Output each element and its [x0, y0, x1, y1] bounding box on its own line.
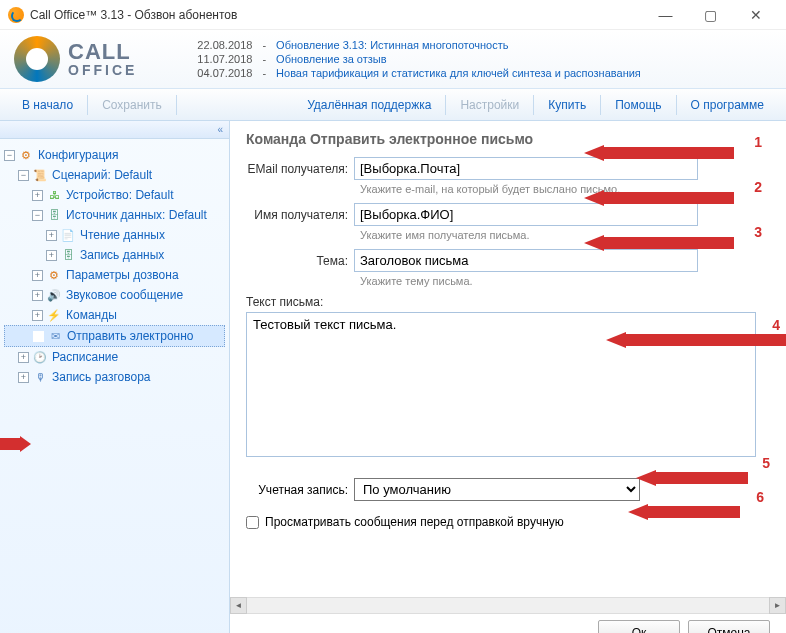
mail-icon: ✉	[47, 328, 63, 344]
name-input[interactable]	[354, 203, 698, 226]
window-title: Call Office™ 3.13 - Обзвон абонентов	[30, 8, 643, 22]
news-item: 04.07.2018 - Новая тарификация и статист…	[197, 67, 640, 79]
app-icon	[8, 7, 24, 23]
content-panel: Команда Отправить электронное письмо EMa…	[230, 121, 786, 633]
news-link[interactable]: Обновление 3.13: Истинная многопоточност…	[276, 39, 508, 51]
toolbar-about[interactable]: О программе	[679, 94, 776, 116]
toolbar-save[interactable]: Сохранить	[90, 94, 174, 116]
annotation-2: 2	[754, 179, 762, 195]
maximize-button[interactable]: ▢	[688, 1, 733, 29]
tree-source[interactable]: −🗄Источник данных: Default	[4, 205, 225, 225]
news-date: 11.07.2018	[197, 53, 252, 65]
cancel-button[interactable]: Отмена	[688, 620, 770, 633]
content-scrollbar[interactable]: ◄ ►	[230, 597, 786, 614]
toolbar-home[interactable]: В начало	[10, 94, 85, 116]
tree-sendmail[interactable]: ✉Отправить электронно	[4, 325, 225, 347]
email-label: EMail получателя:	[246, 162, 354, 176]
tree-write[interactable]: +🗄Запись данных	[4, 245, 225, 265]
page-icon: 📄	[60, 227, 76, 243]
tree-commands[interactable]: +⚡Команды	[4, 305, 225, 325]
news-date: 22.08.2018	[197, 39, 252, 51]
logo: CALL OFFICE	[14, 36, 137, 82]
preview-checkbox[interactable]	[246, 516, 259, 529]
logo-text-office: OFFICE	[68, 63, 137, 77]
tree-scenario[interactable]: −📜Сценарий: Default	[4, 165, 225, 185]
tree-read[interactable]: +📄Чтение данных	[4, 225, 225, 245]
tree-config[interactable]: −⚙Конфигурация	[4, 145, 225, 165]
name-hint: Укажите имя получателя письма.	[360, 229, 770, 241]
subject-input[interactable]	[354, 249, 698, 272]
tree-view[interactable]: −⚙Конфигурация −📜Сценарий: Default +🖧Уст…	[0, 139, 229, 633]
annotation-5: 5	[762, 455, 770, 471]
flash-icon: ⚡	[46, 307, 62, 323]
sidebar: « −⚙Конфигурация −📜Сценарий: Default +🖧У…	[0, 121, 230, 633]
toolbar-help[interactable]: Помощь	[603, 94, 673, 116]
news-item: 11.07.2018 - Обновление за отзыв	[197, 53, 640, 65]
account-select[interactable]: По умолчанию	[354, 478, 640, 501]
scroll-left-button[interactable]: ◄	[230, 597, 247, 614]
news-link[interactable]: Новая тарификация и статистика для ключе…	[276, 67, 641, 79]
annotation-pointer	[0, 436, 32, 452]
mic-icon: 🎙	[32, 369, 48, 385]
email-hint: Укажите e-mail, на который будет выслано…	[360, 183, 770, 195]
close-button[interactable]: ✕	[733, 1, 778, 29]
body-label: Текст письма:	[246, 295, 770, 309]
database-icon: 🗄	[46, 207, 62, 223]
subject-label: Тема:	[246, 254, 354, 268]
name-label: Имя получателя:	[246, 208, 354, 222]
database-icon: 🗄	[60, 247, 76, 263]
preview-label: Просматривать сообщения перед отправкой …	[265, 515, 564, 529]
body-textarea[interactable]	[246, 312, 756, 457]
toolbar: В начало Сохранить Удалённая поддержка Н…	[0, 89, 786, 121]
subject-hint: Укажите тему письма.	[360, 275, 770, 287]
gear-icon: ⚙	[18, 147, 34, 163]
annotation-1: 1	[754, 134, 762, 150]
account-label: Учетная запись:	[246, 483, 354, 497]
ok-button[interactable]: Ок	[598, 620, 680, 633]
toolbar-remote[interactable]: Удалённая поддержка	[295, 94, 443, 116]
tree-device[interactable]: +🖧Устройство: Default	[4, 185, 225, 205]
window-controls: — ▢ ✕	[643, 1, 778, 29]
titlebar: Call Office™ 3.13 - Обзвон абонентов — ▢…	[0, 0, 786, 30]
logo-text-call: CALL	[68, 41, 137, 63]
scroll-right-button[interactable]: ►	[769, 597, 786, 614]
tree-schedule[interactable]: +🕑Расписание	[4, 347, 225, 367]
form-heading: Команда Отправить электронное письмо	[246, 131, 770, 147]
annotation-4: 4	[772, 317, 780, 333]
toolbar-buy[interactable]: Купить	[536, 94, 598, 116]
clock-icon: 🕑	[32, 349, 48, 365]
header: CALL OFFICE 22.08.2018 - Обновление 3.13…	[0, 30, 786, 89]
annotation-6: 6	[756, 489, 764, 505]
gear-icon: ⚙	[46, 267, 62, 283]
sidebar-collapse[interactable]: «	[0, 121, 229, 139]
tree-sound[interactable]: +🔊Звуковое сообщение	[4, 285, 225, 305]
email-input[interactable]	[354, 157, 698, 180]
annotation-3: 3	[754, 224, 762, 240]
script-icon: 📜	[32, 167, 48, 183]
minimize-button[interactable]: —	[643, 1, 688, 29]
svg-marker-0	[0, 436, 31, 452]
tree-dial[interactable]: +⚙Параметры дозвона	[4, 265, 225, 285]
speaker-icon: 🔊	[46, 287, 62, 303]
logo-icon	[14, 36, 60, 82]
tree-record[interactable]: +🎙Запись разговора	[4, 367, 225, 387]
news-item: 22.08.2018 - Обновление 3.13: Истинная м…	[197, 39, 640, 51]
news-link[interactable]: Обновление за отзыв	[276, 53, 387, 65]
device-icon: 🖧	[46, 187, 62, 203]
news-list: 22.08.2018 - Обновление 3.13: Истинная м…	[197, 39, 640, 79]
toolbar-settings[interactable]: Настройки	[448, 94, 531, 116]
news-date: 04.07.2018	[197, 67, 252, 79]
